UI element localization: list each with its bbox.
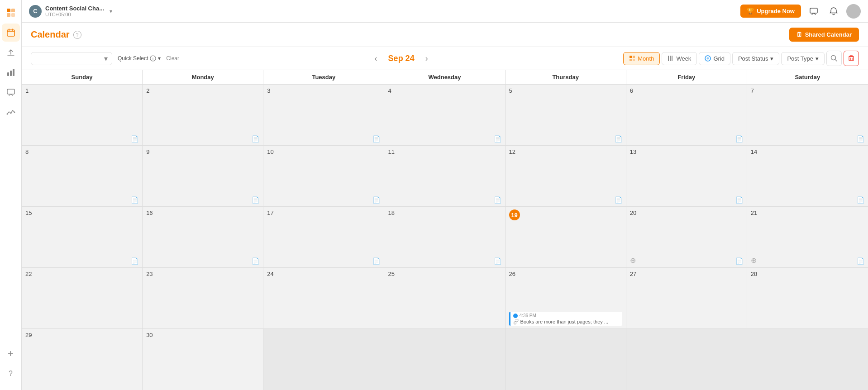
calendar-cell-5[interactable]: 5📄: [506, 85, 626, 145]
sidebar-item-help[interactable]: ?: [2, 365, 20, 383]
doc-icon-16[interactable]: 📄: [252, 257, 259, 265]
calendar-cell-14[interactable]: 14📄: [747, 146, 868, 206]
doc-icon-15[interactable]: 📄: [131, 257, 138, 265]
clear-button[interactable]: Clear: [166, 55, 179, 62]
topbar-left: C Content Social Cha... UTC+05:00 ▾: [29, 5, 112, 18]
calendar-cell-empty-4[interactable]: [626, 329, 747, 390]
doc-icon-1[interactable]: 📄: [131, 135, 138, 143]
add-icon-20[interactable]: ⊕: [630, 256, 636, 265]
post-type-filter-button[interactable]: Post Type ▾: [781, 52, 825, 65]
svg-rect-8: [7, 89, 14, 94]
sidebar-item-add[interactable]: +: [2, 345, 20, 363]
calendar-cell-27[interactable]: 27: [626, 268, 747, 328]
grid-icon: [705, 55, 711, 62]
calendar-cell-2[interactable]: 2📄: [143, 85, 263, 145]
calendar-cell-11[interactable]: 11📄: [384, 146, 505, 206]
calendar-cell-4[interactable]: 4📄: [384, 85, 505, 145]
calendar-cell-23[interactable]: 23: [143, 268, 263, 328]
calendar-cell-20[interactable]: 20 ⊕ 📄: [626, 207, 747, 267]
calendar-cell-13[interactable]: 13📄: [626, 146, 747, 206]
calendar-cell-10[interactable]: 10📄: [263, 146, 384, 206]
doc-icon-14[interactable]: 📄: [857, 196, 864, 204]
calendar-cell-empty-1[interactable]: [263, 329, 384, 390]
calendar-cell-15[interactable]: 15📄: [22, 207, 143, 267]
calendar-cell-21[interactable]: 21 ⊕ 📄: [747, 207, 868, 267]
quick-select-label[interactable]: Quick Select i ▾: [118, 55, 161, 62]
calendar-cell-18[interactable]: 18📄: [384, 207, 505, 267]
calendar-cell-9[interactable]: 9📄: [143, 146, 263, 206]
week-view-button[interactable]: Week: [662, 52, 697, 65]
calendar-cell-19[interactable]: 19: [506, 207, 626, 267]
profile-select-wrapper[interactable]: [31, 52, 112, 65]
grid-view-label: Grid: [713, 55, 725, 62]
calendar-cell-29[interactable]: 29: [22, 329, 143, 390]
calendar-cell-3[interactable]: 3📄: [263, 85, 384, 145]
doc-icon-5[interactable]: 📄: [615, 135, 622, 143]
doc-icon-20[interactable]: 📄: [735, 257, 743, 265]
sidebar-item-publish[interactable]: [2, 43, 20, 62]
col-sunday: Sunday: [22, 70, 143, 84]
calendar-cell-22[interactable]: 22: [22, 268, 143, 328]
post-status-chevron-icon: ▾: [770, 55, 773, 62]
calendar-cell-30[interactable]: 30: [143, 329, 263, 390]
search-button[interactable]: [826, 51, 842, 66]
doc-icon-21[interactable]: 📄: [857, 257, 864, 265]
doc-icon-17[interactable]: 📄: [372, 257, 380, 265]
svg-rect-0: [7, 9, 10, 12]
shared-calendar-button[interactable]: 🗓 Shared Calendar: [789, 28, 859, 42]
doc-icon-9[interactable]: 📄: [252, 196, 259, 204]
prev-month-button[interactable]: ‹: [371, 52, 381, 65]
doc-icon-7[interactable]: 📄: [857, 135, 864, 143]
calendar-cell-25[interactable]: 25: [384, 268, 505, 328]
calendar-nav: ‹ Sep 24 ›: [185, 52, 618, 65]
doc-icon-2[interactable]: 📄: [252, 135, 259, 143]
calendar-cell-16[interactable]: 16📄: [143, 207, 263, 267]
sidebar-item-messages[interactable]: [2, 83, 20, 101]
link-icon: [513, 319, 519, 324]
grid-view-button[interactable]: Grid: [699, 52, 730, 65]
profile-select[interactable]: [31, 52, 112, 65]
sidebar-item-analytics[interactable]: [2, 63, 20, 81]
quick-select-chevron-icon: ▾: [158, 55, 161, 62]
sidebar-logo[interactable]: [2, 4, 20, 22]
svg-rect-15: [630, 56, 632, 58]
doc-icon-10[interactable]: 📄: [372, 196, 380, 204]
doc-icon-18[interactable]: 📄: [494, 257, 501, 265]
month-view-button[interactable]: Month: [623, 52, 660, 65]
delete-button[interactable]: [844, 51, 859, 66]
calendar-cell-12[interactable]: 12📄: [506, 146, 626, 206]
workspace-tz: UTC+05:00: [45, 12, 104, 17]
doc-icon-4[interactable]: 📄: [494, 135, 501, 143]
page-title: Calendar: [31, 29, 70, 40]
upgrade-button[interactable]: 🏆 Upgrade Now: [740, 5, 801, 18]
calendar-cell-17[interactable]: 17📄: [263, 207, 384, 267]
calendar-event-26[interactable]: 4:36 PM Books are more than just pages; …: [509, 312, 622, 326]
doc-icon-3[interactable]: 📄: [372, 135, 380, 143]
calendar-cell-8[interactable]: 8📄: [22, 146, 143, 206]
post-status-filter-button[interactable]: Post Status ▾: [732, 52, 779, 65]
doc-icon-8[interactable]: 📄: [131, 196, 138, 204]
calendar-cell-7[interactable]: 7📄: [747, 85, 868, 145]
calendar-cell-26[interactable]: 26 4:36 PM Books are more than just page…: [506, 268, 626, 328]
doc-icon-13[interactable]: 📄: [735, 196, 743, 204]
next-month-button[interactable]: ›: [422, 52, 432, 65]
calendar-cell-empty-5[interactable]: [747, 329, 868, 390]
messages-icon[interactable]: [806, 4, 821, 19]
sidebar-item-reports[interactable]: [2, 103, 20, 121]
calendar-cell-24[interactable]: 24: [263, 268, 384, 328]
doc-icon-6[interactable]: 📄: [735, 135, 743, 143]
add-icon-21[interactable]: ⊕: [751, 256, 757, 265]
help-circle-icon[interactable]: ?: [73, 31, 81, 39]
bell-icon[interactable]: [826, 4, 841, 19]
calendar-cell-empty-3[interactable]: [506, 329, 626, 390]
calendar-cell-empty-2[interactable]: [384, 329, 505, 390]
sidebar-item-calendar[interactable]: [2, 24, 20, 42]
calendar-cell-28[interactable]: 28: [747, 268, 868, 328]
col-monday: Monday: [143, 70, 263, 84]
calendar-cell-1[interactable]: 1📄: [22, 85, 143, 145]
workspace-chevron-icon[interactable]: ▾: [110, 8, 112, 14]
user-avatar[interactable]: [846, 4, 861, 19]
doc-icon-12[interactable]: 📄: [615, 196, 622, 204]
doc-icon-11[interactable]: 📄: [494, 196, 501, 204]
calendar-cell-6[interactable]: 6📄: [626, 85, 747, 145]
